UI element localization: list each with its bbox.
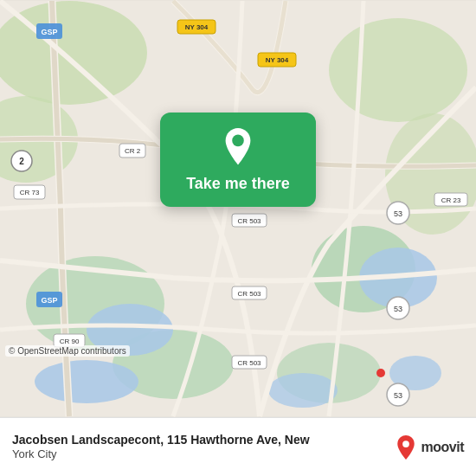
cta-label: Take me there — [186, 175, 290, 193]
svg-text:53: 53 — [394, 305, 402, 313]
moovit-pin-icon — [394, 435, 418, 460]
svg-text:CR 90: CR 90 — [60, 338, 80, 345]
location-pin-icon — [219, 128, 257, 166]
svg-point-44 — [376, 369, 385, 377]
svg-text:NY 304: NY 304 — [266, 56, 289, 64]
svg-point-45 — [232, 135, 244, 147]
svg-point-12 — [268, 373, 338, 408]
svg-text:CR 503: CR 503 — [237, 290, 261, 298]
svg-text:53: 53 — [394, 209, 402, 218]
svg-point-46 — [402, 441, 409, 447]
map-container: GSP 2 CR 73 CR 2 NY 304 NY 304 CR 503 CR… — [0, 0, 476, 417]
app: GSP 2 CR 73 CR 2 NY 304 NY 304 CR 503 CR… — [0, 0, 476, 476]
svg-text:2: 2 — [19, 157, 24, 166]
svg-text:GSP: GSP — [41, 28, 57, 36]
svg-text:CR 503: CR 503 — [237, 217, 261, 225]
moovit-text: moovit — [421, 440, 464, 455]
svg-text:CR 2: CR 2 — [125, 147, 141, 155]
svg-text:NY 304: NY 304 — [185, 23, 209, 31]
svg-text:GSP: GSP — [41, 296, 57, 305]
place-info: Jacobsen Landscapecont, 115 Hawthorne Av… — [12, 432, 385, 462]
osm-credit: © OpenStreetMap contributors — [5, 345, 130, 357]
svg-text:CR 503: CR 503 — [237, 359, 261, 367]
svg-point-11 — [35, 360, 138, 403]
bottom-bar: Jacobsen Landscapecont, 115 Hawthorne Av… — [0, 417, 476, 476]
osm-text: © OpenStreetMap contributors — [9, 346, 126, 356]
cta-card[interactable]: Take me there — [160, 113, 316, 207]
svg-point-3 — [329, 18, 467, 122]
svg-text:53: 53 — [394, 391, 402, 400]
svg-text:CR 23: CR 23 — [441, 196, 461, 204]
place-name: Jacobsen Landscapecont, 115 Hawthorne Av… — [12, 432, 385, 447]
moovit-logo[interactable]: moovit — [394, 435, 464, 460]
place-city: York City — [12, 447, 385, 462]
svg-text:CR 73: CR 73 — [20, 189, 40, 196]
